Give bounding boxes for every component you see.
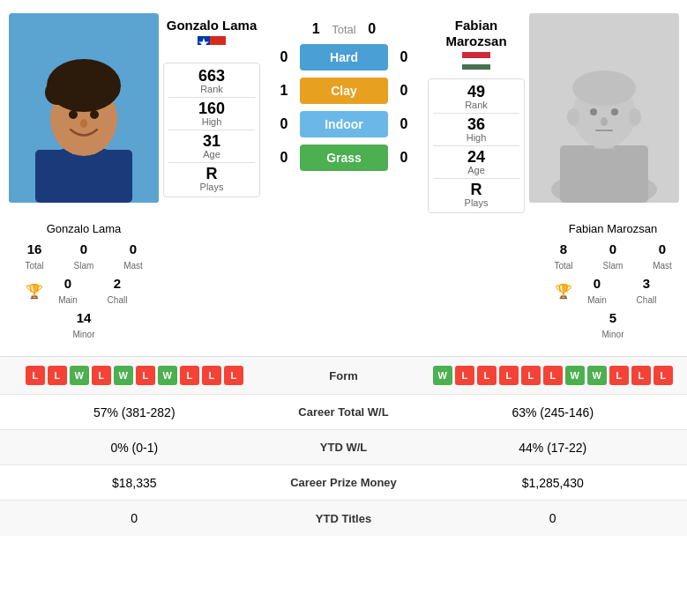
clay-score-p1: 1 xyxy=(275,83,293,99)
player2-name-below: Fabian Marozsan xyxy=(569,222,657,235)
badge-p2-2: L xyxy=(455,366,474,385)
badge-p1-8: L xyxy=(180,366,199,385)
hard-row: 0 Hard 0 xyxy=(265,44,423,71)
hard-score-p1: 0 xyxy=(275,49,293,65)
badge-p2-10: L xyxy=(631,366,651,385)
clay-row: 1 Clay 0 xyxy=(265,78,423,104)
svg-point-12 xyxy=(69,110,78,119)
grass-button[interactable]: Grass xyxy=(300,145,388,171)
svg-point-30 xyxy=(590,108,597,115)
badge-p2-4: L xyxy=(499,366,519,385)
player2-main-stat: 0 Main xyxy=(572,274,622,308)
player1-flag xyxy=(198,36,226,57)
svg-point-31 xyxy=(611,108,618,115)
player1-name-below: Gonzalo Lama xyxy=(47,222,122,235)
grass-score-p1: 0 xyxy=(275,150,293,166)
player2-name-header: Fabian Marozsan xyxy=(428,13,525,49)
player2-high: 36 High xyxy=(433,116,519,143)
player1-photo xyxy=(9,13,159,203)
total-row: 1 Total 0 xyxy=(265,21,423,37)
hard-button[interactable]: Hard xyxy=(300,44,388,71)
player1-age: 31 Age xyxy=(168,133,255,160)
badge-p1-7: W xyxy=(158,366,177,385)
player1-bottom: Gonzalo Lama 16 Total 0 Slam 0 Mast 🏆 xyxy=(9,222,159,343)
form-row: L L W L W L W L L L Form W L L L xyxy=(0,357,687,395)
badge-p2-5: L xyxy=(521,366,541,385)
player1-trophy-icon: 🏆 xyxy=(26,274,43,308)
player2-plays: R Plays xyxy=(433,182,519,208)
indoor-button[interactable]: Indoor xyxy=(300,111,388,137)
clay-score-p2: 0 xyxy=(395,83,413,99)
svg-rect-19 xyxy=(462,52,490,58)
svg-rect-20 xyxy=(462,58,490,64)
ytd-titles-label: YTD Titles xyxy=(256,512,432,525)
svg-rect-24 xyxy=(560,145,648,203)
badge-p2-1: W xyxy=(433,366,452,385)
form-badges-p2: W L L L L L W W L L L xyxy=(432,366,675,385)
ytd-wl-row: 0% (0-1) YTD W/L 44% (17-22) xyxy=(0,430,687,465)
svg-point-27 xyxy=(572,71,636,106)
ytd-wl-p2: 44% (17-22) xyxy=(432,441,675,455)
player2-slam-stat: 0 Slam xyxy=(588,240,638,274)
player1-minor-stat: 14 Minor xyxy=(59,308,108,343)
prize-p1: $18,335 xyxy=(13,476,256,490)
total-score-p2: 0 xyxy=(363,21,381,37)
svg-rect-21 xyxy=(462,64,490,70)
middle-section: 1 Total 0 0 Hard 0 1 Clay 0 xyxy=(265,13,423,213)
player-comparison: Gonzalo Lama 663 Rank 160 H xyxy=(0,0,687,222)
total-label: Total xyxy=(332,23,355,36)
player2-flag xyxy=(462,52,490,73)
player-names-stats-row: Gonzalo Lama 16 Total 0 Slam 0 Mast 🏆 xyxy=(0,222,687,352)
prize-label: Career Prize Money xyxy=(256,476,432,489)
indoor-score-p1: 0 xyxy=(275,116,293,132)
player2-mini-stats: 8 Total 0 Slam 0 Mast 🏆 0 Main xyxy=(538,240,687,343)
career-wl-row: 57% (381-282) Career Total W/L 63% (245-… xyxy=(0,395,687,430)
player2-mast-stat: 0 Mast xyxy=(638,240,687,274)
svg-point-13 xyxy=(90,110,99,119)
ytd-titles-p2: 0 xyxy=(432,511,675,525)
ytd-titles-row: 0 YTD Titles 0 xyxy=(0,501,687,536)
badge-p2-11: L xyxy=(653,366,673,385)
career-wl-p1: 57% (381-282) xyxy=(13,405,256,419)
career-wl-p2: 63% (245-146) xyxy=(432,405,675,419)
svg-point-29 xyxy=(629,108,641,126)
indoor-row: 0 Indoor 0 xyxy=(265,111,423,137)
clay-button[interactable]: Clay xyxy=(300,78,388,104)
player1-high: 160 High xyxy=(168,100,255,127)
badge-p2-8: W xyxy=(587,366,607,385)
form-p2: W L L L L L W W L L L xyxy=(432,366,675,385)
badge-p2-6: L xyxy=(543,366,563,385)
badge-p1-9: L xyxy=(202,366,221,385)
grass-row: 0 Grass 0 xyxy=(265,145,423,171)
player2-rank: 49 Rank xyxy=(433,84,519,110)
total-score-p1: 1 xyxy=(307,21,325,37)
player2-photo xyxy=(529,13,679,203)
indoor-score-p2: 0 xyxy=(395,116,413,132)
player1-chall-stat: 2 Chall xyxy=(93,274,142,308)
svg-point-28 xyxy=(567,108,579,126)
ytd-titles-p1: 0 xyxy=(13,511,256,525)
prize-money-row: $18,335 Career Prize Money $1,285,430 xyxy=(0,465,687,501)
bottom-section: L L W L W L W L L L Form W L L L xyxy=(0,356,687,536)
badge-p2-3: L xyxy=(477,366,497,385)
ytd-wl-label: YTD W/L xyxy=(256,441,432,454)
svg-point-32 xyxy=(601,117,608,126)
player2-total-stat: 8 Total xyxy=(539,240,588,274)
form-badges-p1: L L W L W L W L L L xyxy=(13,366,256,385)
badge-p2-7: W xyxy=(565,366,585,385)
player1-slam-stat: 0 Slam xyxy=(59,240,108,274)
svg-point-14 xyxy=(80,119,87,128)
badge-p1-6: L xyxy=(136,366,155,385)
form-label: Form xyxy=(256,369,432,382)
player1-mast-stat: 0 Mast xyxy=(108,240,158,274)
player2-minor-stat: 5 Minor xyxy=(588,308,638,343)
badge-p1-5: W xyxy=(114,366,133,385)
prize-p2: $1,285,430 xyxy=(432,476,675,490)
player1-mini-stats: 16 Total 0 Slam 0 Mast 🏆 0 Main xyxy=(9,240,159,343)
badge-p1-4: L xyxy=(92,366,111,385)
player2-trophy-icon: 🏆 xyxy=(555,274,572,308)
grass-score-p2: 0 xyxy=(395,150,413,166)
hard-score-p2: 0 xyxy=(395,49,413,65)
badge-p1-2: L xyxy=(48,366,67,385)
badge-p2-9: L xyxy=(609,366,629,385)
